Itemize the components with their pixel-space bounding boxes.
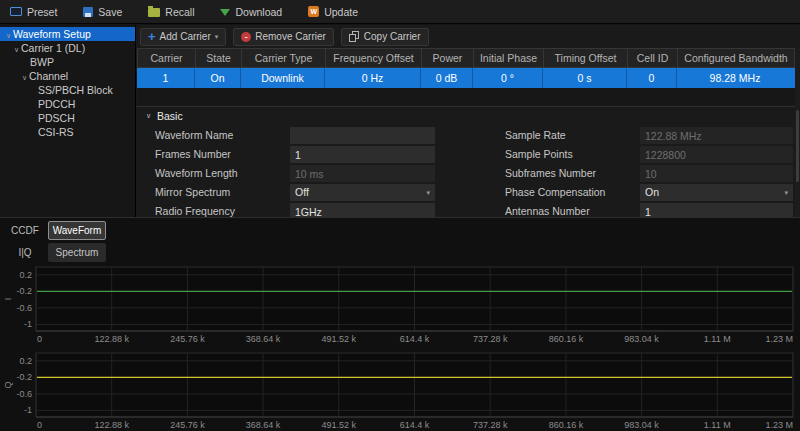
tab-iq[interactable]: I|Q (6, 243, 44, 262)
column-header: Frequency Offset (326, 49, 422, 67)
svg-text:860.16 k: 860.16 k (549, 334, 584, 344)
svg-text:-0.6: -0.6 (16, 303, 32, 313)
column-header: Carrier Type (242, 49, 326, 67)
tree-item-label: Carrier 1 (DL) (21, 42, 85, 54)
form-row: Radio Frequency Antennas Number (136, 203, 800, 217)
svg-text:860.16 k: 860.16 k (549, 420, 584, 430)
tab-ccdf[interactable]: CCDF (6, 221, 44, 240)
antennas-number-input[interactable] (640, 203, 793, 217)
cell-state: On (195, 68, 241, 88)
basic-section-header[interactable]: Basic (144, 110, 183, 122)
scrollbar-thumb[interactable] (796, 110, 799, 182)
chevron-down-icon (144, 112, 153, 120)
chevron-down-icon (12, 43, 21, 57)
chevron-down-icon[interactable] (215, 33, 219, 41)
svg-text:737.28 k: 737.28 k (473, 334, 508, 344)
cell-power: 0 dB (421, 68, 473, 88)
svg-text:1.11 M: 1.11 M (704, 420, 731, 430)
svg-text:122.88 k: 122.88 k (94, 334, 129, 344)
save-button[interactable]: Save (83, 6, 122, 18)
plus-icon (148, 32, 156, 42)
sidebar-item-waveform-setup[interactable]: Waveform Setup (0, 27, 135, 41)
chevron-down-icon (426, 184, 430, 201)
svg-text:1.23 M: 1.23 M (765, 420, 793, 430)
column-header: Power (422, 49, 474, 67)
column-header: Configured Bandwidth (678, 49, 794, 67)
svg-text:368.64 k: 368.64 k (246, 420, 281, 430)
svg-text:-1: -1 (24, 405, 32, 415)
tree-item-label: PDSCH (38, 112, 75, 124)
mirror-spectrum-value: Off (295, 184, 309, 201)
sidebar-item-csi-rs[interactable]: CSI-RS (0, 125, 135, 139)
svg-text:122.88 k: 122.88 k (94, 420, 129, 430)
radio-frequency-input[interactable] (290, 203, 435, 217)
top-toolbar: Preset Save Recall Download Update (0, 0, 800, 24)
tab-spectrum[interactable]: Spectrum (48, 243, 106, 262)
vertical-scrollbar[interactable] (795, 48, 800, 217)
form-row: Waveform Name Sample Rate (136, 127, 800, 144)
carrier-table-row[interactable]: 1 On Downlink 0 Hz 0 dB 0 ° 0 s 0 98.28 … (137, 68, 795, 88)
preset-button[interactable]: Preset (10, 6, 57, 18)
add-carrier-button[interactable]: Add Carrier (140, 28, 226, 46)
carrier-table-empty-area (137, 88, 795, 105)
phase-compensation-value: On (645, 184, 659, 201)
cell-cell-id: 0 (627, 68, 677, 88)
svg-text:491.52 k: 491.52 k (322, 420, 357, 430)
update-label: Update (324, 6, 358, 18)
antennas-number-label: Antennas Number (505, 203, 590, 217)
frames-number-input[interactable] (290, 146, 435, 163)
svg-text:614.4 k: 614.4 k (400, 420, 430, 430)
subframes-number-label: Subframes Number (505, 165, 596, 182)
preset-icon (10, 7, 22, 16)
column-header: Timing Offset (544, 49, 628, 67)
copy-carrier-button[interactable]: Copy Carrier (341, 28, 429, 46)
tree-item-label: SS/PBCH Block (38, 84, 113, 96)
form-row: Frames Number Sample Points (136, 146, 800, 163)
svg-text:-0.2: -0.2 (16, 372, 32, 382)
sidebar-item-bwp[interactable]: BWP (0, 55, 135, 69)
cell-carrier-type: Downlink (241, 68, 325, 88)
svg-text:983.04 k: 983.04 k (624, 334, 659, 344)
cell-initial-phase: 0 ° (473, 68, 543, 88)
tree-item-label: Waveform Setup (13, 28, 91, 40)
sidebar-item-channel[interactable]: Channel (0, 69, 135, 83)
section-divider (136, 106, 800, 107)
recall-button[interactable]: Recall (148, 6, 194, 18)
cell-timing-offset: 0 s (543, 68, 627, 88)
download-button[interactable]: Download (220, 6, 282, 18)
sample-points-label: Sample Points (505, 146, 573, 163)
form-row: Mirror Spectrum Off Phase Compensation O… (136, 184, 800, 201)
subframes-number-input (640, 165, 793, 182)
main-panel: Add Carrier Remove Carrier Copy Carrier … (136, 25, 800, 217)
chevron-down-icon (784, 184, 788, 201)
i-waveform-chart: 0.2-0.2-0.6-10122.88 k245.76 k368.64 k49… (0, 264, 800, 344)
tree-item-label: PDCCH (38, 98, 75, 110)
phase-compensation-select[interactable]: On (640, 184, 793, 201)
download-label: Download (235, 6, 282, 18)
svg-text:I: I (3, 298, 13, 301)
remove-carrier-label: Remove Carrier (255, 31, 326, 42)
update-button[interactable]: Update (308, 6, 358, 18)
basic-section-title: Basic (157, 110, 183, 122)
sidebar-item-carrier-1[interactable]: Carrier 1 (DL) (0, 41, 135, 55)
recall-label: Recall (165, 6, 194, 18)
svg-text:1.11 M: 1.11 M (704, 334, 731, 344)
cell-configured-bandwidth: 98.28 MHz (677, 68, 793, 88)
remove-circle-icon (241, 32, 251, 42)
mirror-spectrum-select[interactable]: Off (290, 184, 435, 201)
sidebar-item-pdsch[interactable]: PDSCH (0, 111, 135, 125)
copy-icon (349, 31, 360, 42)
column-header: Carrier (138, 49, 196, 67)
sidebar-item-ss-pbch-block[interactable]: SS/PBCH Block (0, 83, 135, 97)
waveform-name-label: Waveform Name (155, 127, 233, 144)
remove-carrier-button[interactable]: Remove Carrier (233, 28, 334, 46)
waveform-length-label: Waveform Length (155, 165, 237, 182)
tab-waveform[interactable]: WaveForm (48, 221, 106, 240)
waveform-name-input[interactable] (290, 127, 435, 144)
sidebar-item-pdcch[interactable]: PDCCH (0, 97, 135, 111)
download-icon (220, 9, 230, 16)
view-tabs: CCDF WaveForm I|Q Spectrum (6, 221, 106, 264)
bottom-panel: CCDF WaveForm I|Q Spectrum 0.2-0.2-0.6-1… (0, 217, 800, 431)
carrier-table: Carrier State Carrier Type Frequency Off… (137, 48, 795, 88)
tree-item-label: BWP (30, 56, 54, 68)
